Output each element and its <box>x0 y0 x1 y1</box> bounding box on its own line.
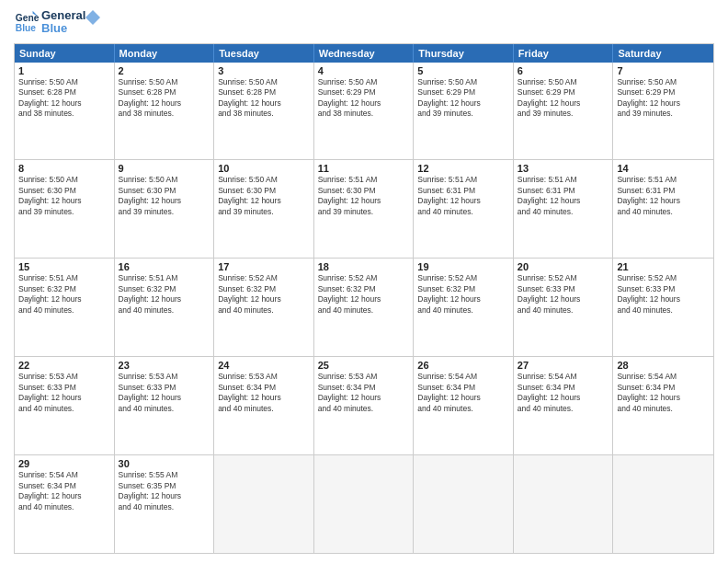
day-number: 30 <box>119 458 210 469</box>
svg-text:Blue: Blue <box>16 24 37 34</box>
calendar-cell-12: 12Sunrise: 5:51 AMSunset: 6:31 PMDayligh… <box>414 160 514 258</box>
calendar-cell-4: 4Sunrise: 5:50 AMSunset: 6:29 PMDaylight… <box>314 63 415 160</box>
calendar-row-4: 22Sunrise: 5:53 AMSunset: 6:33 PMDayligh… <box>15 356 713 454</box>
calendar-cell-26: 26Sunrise: 5:54 AMSunset: 6:34 PMDayligh… <box>414 357 514 454</box>
day-number: 28 <box>617 360 710 371</box>
calendar-cell-empty-4-6 <box>613 455 713 553</box>
page: General Blue General Blue SundayMondayTu… <box>0 0 728 563</box>
day-number: 25 <box>318 360 410 371</box>
day-number: 27 <box>518 360 609 371</box>
calendar-row-1: 1Sunrise: 5:50 AMSunset: 6:28 PMDaylight… <box>15 63 713 160</box>
cell-info: Sunrise: 5:52 AMSunset: 6:33 PMDaylight:… <box>518 273 609 316</box>
cell-info: Sunrise: 5:50 AMSunset: 6:28 PMDaylight:… <box>119 77 210 120</box>
cell-info: Sunrise: 5:51 AMSunset: 6:32 PMDaylight:… <box>18 273 110 316</box>
cell-info: Sunrise: 5:51 AMSunset: 6:31 PMDaylight:… <box>617 175 710 217</box>
logo-arrow-icon <box>84 8 102 27</box>
day-number: 11 <box>318 163 410 174</box>
calendar-cell-21: 21Sunrise: 5:52 AMSunset: 6:33 PMDayligh… <box>613 259 713 356</box>
cell-info: Sunrise: 5:54 AMSunset: 6:34 PMDaylight:… <box>617 372 710 414</box>
cell-info: Sunrise: 5:52 AMSunset: 6:32 PMDaylight:… <box>318 273 410 316</box>
day-number: 20 <box>518 261 609 272</box>
calendar-body: 1Sunrise: 5:50 AMSunset: 6:28 PMDaylight… <box>15 63 713 553</box>
weekday-header-saturday: Saturday <box>613 44 713 63</box>
calendar-cell-5: 5Sunrise: 5:50 AMSunset: 6:29 PMDaylight… <box>414 63 514 160</box>
calendar-cell-11: 11Sunrise: 5:51 AMSunset: 6:30 PMDayligh… <box>314 160 415 258</box>
day-number: 10 <box>218 163 310 174</box>
cell-info: Sunrise: 5:53 AMSunset: 6:33 PMDaylight:… <box>18 372 110 414</box>
cell-info: Sunrise: 5:54 AMSunset: 6:34 PMDaylight:… <box>18 470 110 512</box>
calendar-cell-24: 24Sunrise: 5:53 AMSunset: 6:34 PMDayligh… <box>214 357 314 454</box>
calendar-cell-22: 22Sunrise: 5:53 AMSunset: 6:33 PMDayligh… <box>15 357 115 454</box>
calendar-cell-empty-4-3 <box>314 455 415 553</box>
cell-info: Sunrise: 5:54 AMSunset: 6:34 PMDaylight:… <box>518 372 609 414</box>
day-number: 8 <box>18 163 110 174</box>
calendar-row-2: 8Sunrise: 5:50 AMSunset: 6:30 PMDaylight… <box>15 159 713 258</box>
cell-info: Sunrise: 5:53 AMSunset: 6:33 PMDaylight:… <box>119 372 210 414</box>
cell-info: Sunrise: 5:51 AMSunset: 6:30 PMDaylight:… <box>318 175 410 217</box>
calendar-cell-7: 7Sunrise: 5:50 AMSunset: 6:29 PMDaylight… <box>613 63 713 160</box>
logo-general: General <box>41 9 85 22</box>
calendar-cell-empty-4-2 <box>214 455 314 553</box>
weekday-header-thursday: Thursday <box>414 44 514 63</box>
calendar-cell-18: 18Sunrise: 5:52 AMSunset: 6:32 PMDayligh… <box>314 259 415 356</box>
calendar-cell-16: 16Sunrise: 5:51 AMSunset: 6:32 PMDayligh… <box>115 259 215 356</box>
calendar-cell-9: 9Sunrise: 5:50 AMSunset: 6:30 PMDaylight… <box>115 160 215 258</box>
cell-info: Sunrise: 5:50 AMSunset: 6:30 PMDaylight:… <box>119 175 210 217</box>
cell-info: Sunrise: 5:50 AMSunset: 6:30 PMDaylight:… <box>218 175 310 217</box>
calendar-row-5: 29Sunrise: 5:54 AMSunset: 6:34 PMDayligh… <box>15 454 713 553</box>
calendar-cell-2: 2Sunrise: 5:50 AMSunset: 6:28 PMDaylight… <box>115 63 215 160</box>
calendar-cell-29: 29Sunrise: 5:54 AMSunset: 6:34 PMDayligh… <box>15 455 115 553</box>
day-number: 7 <box>617 65 710 76</box>
calendar-row-3: 15Sunrise: 5:51 AMSunset: 6:32 PMDayligh… <box>15 258 713 356</box>
day-number: 9 <box>119 163 210 174</box>
cell-info: Sunrise: 5:50 AMSunset: 6:29 PMDaylight:… <box>518 77 609 120</box>
day-number: 1 <box>18 65 110 76</box>
day-number: 22 <box>18 360 110 371</box>
cell-info: Sunrise: 5:53 AMSunset: 6:34 PMDaylight:… <box>218 372 310 414</box>
calendar-header: SundayMondayTuesdayWednesdayThursdayFrid… <box>15 44 713 63</box>
cell-info: Sunrise: 5:52 AMSunset: 6:32 PMDaylight:… <box>218 273 310 316</box>
cell-info: Sunrise: 5:53 AMSunset: 6:34 PMDaylight:… <box>318 372 410 414</box>
calendar-cell-28: 28Sunrise: 5:54 AMSunset: 6:34 PMDayligh… <box>613 357 713 454</box>
calendar-cell-8: 8Sunrise: 5:50 AMSunset: 6:30 PMDaylight… <box>15 160 115 258</box>
calendar-cell-10: 10Sunrise: 5:50 AMSunset: 6:30 PMDayligh… <box>214 160 314 258</box>
header: General Blue General Blue <box>14 9 714 36</box>
calendar-cell-23: 23Sunrise: 5:53 AMSunset: 6:33 PMDayligh… <box>115 357 215 454</box>
calendar-cell-30: 30Sunrise: 5:55 AMSunset: 6:35 PMDayligh… <box>115 455 215 553</box>
day-number: 2 <box>119 65 210 76</box>
weekday-header-wednesday: Wednesday <box>314 44 415 63</box>
day-number: 12 <box>417 163 509 174</box>
calendar-cell-1: 1Sunrise: 5:50 AMSunset: 6:28 PMDaylight… <box>15 63 115 160</box>
cell-info: Sunrise: 5:50 AMSunset: 6:30 PMDaylight:… <box>18 175 110 217</box>
day-number: 26 <box>417 360 509 371</box>
calendar-cell-20: 20Sunrise: 5:52 AMSunset: 6:33 PMDayligh… <box>514 259 614 356</box>
logo-blue: Blue <box>41 22 85 35</box>
day-number: 3 <box>218 65 310 76</box>
cell-info: Sunrise: 5:50 AMSunset: 6:28 PMDaylight:… <box>218 77 310 120</box>
day-number: 14 <box>617 163 710 174</box>
cell-info: Sunrise: 5:51 AMSunset: 6:32 PMDaylight:… <box>119 273 210 316</box>
logo-icon: General Blue <box>14 9 40 35</box>
day-number: 21 <box>617 261 710 272</box>
day-number: 24 <box>218 360 310 371</box>
cell-info: Sunrise: 5:50 AMSunset: 6:29 PMDaylight:… <box>617 77 710 120</box>
logo: General Blue General Blue <box>14 9 102 36</box>
calendar-cell-25: 25Sunrise: 5:53 AMSunset: 6:34 PMDayligh… <box>314 357 415 454</box>
day-number: 4 <box>318 65 410 76</box>
calendar-cell-15: 15Sunrise: 5:51 AMSunset: 6:32 PMDayligh… <box>15 259 115 356</box>
svg-marker-3 <box>85 10 100 25</box>
cell-info: Sunrise: 5:52 AMSunset: 6:32 PMDaylight:… <box>417 273 509 316</box>
day-number: 17 <box>218 261 310 272</box>
day-number: 19 <box>417 261 509 272</box>
calendar-cell-27: 27Sunrise: 5:54 AMSunset: 6:34 PMDayligh… <box>514 357 614 454</box>
calendar-cell-14: 14Sunrise: 5:51 AMSunset: 6:31 PMDayligh… <box>613 160 713 258</box>
day-number: 6 <box>518 65 609 76</box>
cell-info: Sunrise: 5:50 AMSunset: 6:29 PMDaylight:… <box>417 77 509 120</box>
calendar: SundayMondayTuesdayWednesdayThursdayFrid… <box>14 43 714 554</box>
day-number: 15 <box>18 261 110 272</box>
cell-info: Sunrise: 5:54 AMSunset: 6:34 PMDaylight:… <box>417 372 509 414</box>
weekday-header-friday: Friday <box>514 44 614 63</box>
day-number: 29 <box>18 458 110 469</box>
day-number: 16 <box>119 261 210 272</box>
weekday-header-sunday: Sunday <box>15 44 115 63</box>
